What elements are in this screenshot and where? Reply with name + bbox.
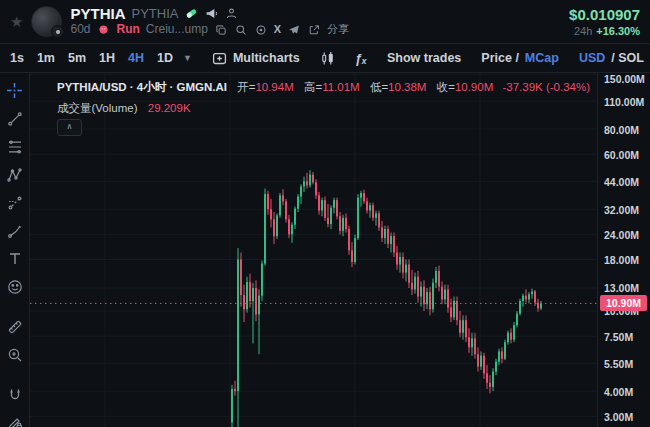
y-axis-tick: 24.00M	[604, 229, 639, 241]
y-axis-tick: 110.00M	[604, 96, 644, 108]
timeframe-1d[interactable]: 1D	[157, 51, 173, 65]
drawing-lock-icon[interactable]	[6, 415, 23, 427]
run-pump-icon	[96, 23, 110, 37]
token-header: ★ PYTHIA PYTHIA 60d	[0, 0, 650, 44]
fib-retracement-icon[interactable]	[6, 139, 23, 155]
low-label: 低=	[370, 81, 388, 93]
emoji-icon[interactable]	[6, 279, 23, 295]
timeframe-1h[interactable]: 1H	[99, 51, 115, 65]
low-value: 10.38M	[388, 81, 426, 93]
change-24h-value: +16.30%	[596, 25, 640, 37]
close-label: 收=	[437, 81, 455, 93]
indicators-fx-button[interactable]: ƒₓ	[355, 51, 367, 66]
multicharts-button[interactable]: Multicharts	[212, 51, 300, 66]
forecast-measure-icon[interactable]	[6, 195, 23, 211]
scan-ring-icon[interactable]	[254, 23, 268, 37]
multicharts-icon	[212, 51, 227, 66]
chart-main: PYTHIA/USD · 4小时 · GMGN.AI 开=10.94M 高=11…	[0, 73, 650, 427]
xabcd-pattern-icon[interactable]	[6, 167, 23, 183]
current-price-badge: 10.90M	[600, 295, 647, 311]
token-title-block: PYTHIA PYTHIA 60d Run Creiu...ump	[70, 6, 349, 37]
y-axis-tick: 4.00M	[604, 386, 633, 398]
timeframe-5m[interactable]: 5m	[68, 51, 86, 65]
brush-icon[interactable]	[6, 223, 23, 239]
contract-address[interactable]: Creiu...ump	[146, 22, 208, 37]
dev-badge-icon[interactable]	[224, 7, 238, 21]
mcap-label: MCap	[525, 51, 559, 65]
chart-title: PYTHIA/USD · 4小时 · GMGN.AI	[57, 81, 227, 93]
run-status: Run	[116, 22, 139, 37]
volume-row-label: 成交量(Volume)	[57, 102, 138, 114]
zoom-in-icon[interactable]	[6, 347, 23, 363]
y-axis-tick: 13.00M	[604, 282, 639, 294]
y-axis-tick: 3.00M	[604, 411, 633, 423]
trendline-icon[interactable]	[6, 111, 23, 127]
copy-icon[interactable]	[214, 23, 228, 37]
candle-style-icon[interactable]	[320, 51, 335, 66]
candlestick-chart[interactable]: PYTHIA/USD · 4小时 · GMGN.AI 开=10.94M 高=11…	[30, 73, 597, 427]
crosshair-icon[interactable]	[6, 82, 23, 99]
external-link-icon[interactable]	[307, 23, 321, 37]
favorite-star-icon[interactable]: ★	[10, 13, 23, 31]
price-axis[interactable]: 10.90M 150.00M110.00M80.00M60.00M44.00M3…	[597, 73, 650, 427]
change-value: -37.39K (-0.34%)	[502, 81, 590, 93]
timeframe-dropdown-caret-icon[interactable]: ▼	[183, 53, 192, 63]
timeframe-group: 1s1m5m1H4H1D	[10, 51, 173, 65]
drawing-tool-rail	[0, 73, 30, 427]
y-axis-tick: 60.00M	[604, 149, 639, 161]
chart-canvas[interactable]	[30, 73, 597, 427]
token-avatar[interactable]	[31, 6, 62, 37]
price-label: Price /	[481, 51, 519, 65]
close-value: 10.90M	[455, 81, 493, 93]
telegram-icon[interactable]	[287, 23, 301, 37]
timeframe-4h[interactable]: 4H	[128, 51, 144, 65]
share-link[interactable]: 分享	[327, 22, 349, 37]
timeframe-1m[interactable]: 1m	[37, 51, 55, 65]
change-period-label: 24h	[574, 25, 592, 37]
pill-icon[interactable]	[184, 7, 198, 21]
trading-app: ★ PYTHIA PYTHIA 60d	[0, 0, 650, 427]
volume-row-value: 29.209K	[148, 102, 191, 114]
multicharts-label: Multicharts	[233, 51, 300, 65]
ohlc-legend: PYTHIA/USD · 4小时 · GMGN.AI 开=10.94M 高=11…	[57, 80, 597, 95]
twitter-x-icon[interactable]: X	[274, 22, 281, 37]
header-price-block: $0.010907 24h+16.30%	[569, 6, 640, 37]
sol-label: / SOL	[611, 51, 644, 65]
current-price-usd: $0.010907	[569, 6, 640, 23]
usd-sol-toggle[interactable]: USD / SOL	[579, 51, 644, 65]
usd-label: USD	[579, 51, 605, 65]
y-axis-tick: 5.50M	[604, 358, 633, 370]
y-axis-tick: 44.00M	[604, 176, 639, 188]
open-label: 开=	[237, 81, 255, 93]
y-axis-tick: 150.00M	[604, 73, 645, 85]
y-axis-tick: 80.00M	[604, 124, 639, 136]
ruler-icon[interactable]	[6, 319, 23, 335]
high-label: 高=	[304, 81, 322, 93]
search-icon[interactable]	[234, 23, 248, 37]
token-symbol: PYTHIA	[131, 6, 178, 21]
volume-legend: 成交量(Volume) 29.209K	[57, 101, 191, 116]
camera-badge-icon	[51, 25, 64, 38]
open-value: 10.94M	[255, 81, 293, 93]
magnet-icon[interactable]	[6, 387, 23, 403]
price-mcap-toggle[interactable]: Price / MCap	[481, 51, 559, 65]
token-age: 60d	[70, 22, 90, 37]
megaphone-icon[interactable]	[204, 7, 218, 21]
text-tool-icon[interactable]	[6, 251, 23, 267]
high-value: 11.01M	[322, 81, 360, 93]
y-axis-tick: 7.50M	[604, 331, 633, 343]
collapse-pane-button[interactable]: ∧	[57, 119, 82, 136]
y-axis-tick: 32.00M	[604, 204, 639, 216]
timeframe-1s[interactable]: 1s	[10, 51, 24, 65]
y-axis-tick: 18.00M	[604, 254, 639, 266]
chart-toolbar: 1s1m5m1H4H1D ▼ Multicharts ƒₓ Show trade…	[0, 44, 650, 73]
show-trades-button[interactable]: Show trades	[387, 51, 461, 65]
token-name: PYTHIA	[70, 6, 125, 21]
